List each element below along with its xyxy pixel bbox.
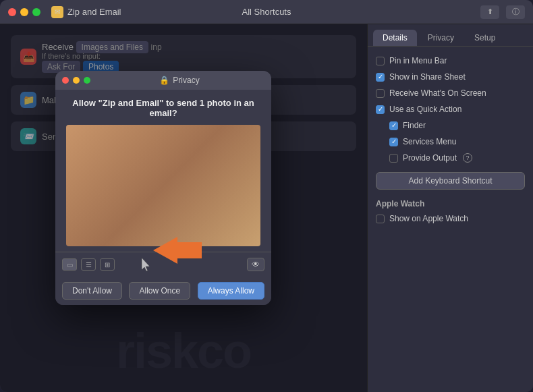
dialog-minimize[interactable]	[73, 77, 80, 84]
minimize-button[interactable]	[20, 8, 28, 16]
checkbox-receive-screen[interactable]: Receive What's On Screen	[376, 87, 525, 99]
panel-tabs: Details Privacy Setup	[368, 24, 533, 47]
title-bar: ✉ Zip and Email All Shortcuts ⬆ ⓘ	[0, 0, 533, 24]
view-list-btn[interactable]: ☰	[81, 258, 96, 271]
deny-button[interactable]: Don't Allow	[62, 282, 122, 300]
maximize-button[interactable]	[32, 8, 40, 16]
right-panel: Details Privacy Setup Pin in Menu Bar ✓ …	[368, 24, 533, 392]
dialog-body: Allow "Zip and Email" to send 1 photo in…	[55, 90, 271, 246]
share-button[interactable]: ⬆	[480, 5, 499, 19]
dialog-title: 🔒 Privacy	[159, 76, 199, 85]
services-menu-label: Services Menu	[403, 137, 456, 146]
dialog-title-label: Privacy	[173, 76, 199, 85]
main-content: 📥 Receive Images and Files inp If there'…	[0, 24, 533, 392]
info-button[interactable]: ⓘ	[506, 5, 525, 19]
arrow-svg	[148, 233, 202, 267]
checkbox-show-share-sheet[interactable]: ✓ Show in Share Sheet	[376, 71, 525, 83]
pin-menu-bar-checkbox[interactable]	[376, 57, 385, 65]
show-watch-checkbox[interactable]	[376, 215, 385, 223]
checkbox-finder[interactable]: ✓ Finder	[376, 119, 525, 132]
checkbox-show-watch[interactable]: Show on Apple Watch	[376, 213, 525, 225]
title-bar-right: ⬆ ⓘ	[480, 5, 525, 19]
tab-setup[interactable]: Setup	[465, 30, 505, 46]
privacy-icon: 🔒	[159, 76, 169, 85]
svg-marker-0	[153, 237, 202, 264]
center-title: All Shortcuts	[242, 7, 291, 17]
dialog-overlay: 🔒 Privacy Allow "Zip and Email" to send …	[0, 24, 367, 392]
window-title: Zip and Email	[67, 7, 121, 17]
pin-menu-bar-label: Pin in Menu Bar	[389, 56, 447, 65]
window-title-area: ✉ Zip and Email	[51, 6, 121, 18]
checkmark: ✓	[378, 74, 383, 80]
show-share-sheet-label: Show in Share Sheet	[389, 72, 466, 82]
finder-checkbox[interactable]: ✓	[389, 121, 398, 130]
tab-details[interactable]: Details	[373, 30, 417, 46]
traffic-lights	[8, 8, 40, 16]
receive-screen-label: Receive What's On Screen	[389, 88, 486, 98]
dialog-maximize[interactable]	[84, 77, 90, 84]
apple-watch-section-label: Apple Watch	[376, 199, 525, 208]
finder-label: Finder	[403, 121, 426, 130]
view-grid-btn[interactable]: ⊞	[100, 258, 115, 271]
left-panel: 📥 Receive Images and Files inp If there'…	[0, 24, 368, 392]
dialog-title-bar: 🔒 Privacy	[55, 71, 271, 90]
tab-privacy[interactable]: Privacy	[418, 30, 464, 46]
panel-body: Pin in Menu Bar ✓ Show in Share Sheet Re…	[368, 47, 533, 233]
checkbox-quick-action[interactable]: ✓ Use as Quick Action	[376, 103, 525, 115]
provide-output-checkbox[interactable]	[389, 154, 398, 163]
eye-button[interactable]: 👁	[247, 258, 264, 271]
arrow-indicator	[148, 233, 202, 270]
receive-screen-checkbox[interactable]	[376, 89, 385, 98]
photo-preview	[66, 125, 260, 246]
app-icon: ✉	[51, 6, 63, 18]
quick-action-label: Use as Quick Action	[389, 105, 461, 114]
checkbox-provide-output[interactable]: Provide Output ?	[376, 152, 525, 164]
checkmark2: ✓	[378, 106, 383, 113]
checkbox-pin-menu-bar[interactable]: Pin in Menu Bar	[376, 55, 525, 67]
checkmark3: ✓	[391, 122, 397, 129]
view-single-btn[interactable]: ▭	[62, 258, 77, 271]
dialog-close[interactable]	[62, 77, 69, 84]
dialog-buttons: Don't Allow Allow Once Always Allow	[55, 277, 271, 305]
dialog-question: Allow "Zip and Email" to send 1 photo in…	[66, 98, 260, 118]
help-icon[interactable]: ?	[463, 153, 472, 163]
checkmark4: ✓	[391, 138, 397, 145]
services-menu-checkbox[interactable]: ✓	[389, 138, 398, 146]
add-keyboard-shortcut-button[interactable]: Add Keyboard Shortcut	[376, 172, 525, 190]
quick-action-checkbox[interactable]: ✓	[376, 105, 385, 114]
show-watch-label: Show on Apple Watch	[389, 214, 468, 223]
app-window: ✉ Zip and Email All Shortcuts ⬆ ⓘ 📥 Rece…	[0, 0, 533, 392]
close-button[interactable]	[8, 8, 16, 16]
provide-output-label: Provide Output	[403, 153, 457, 163]
allow-once-button[interactable]: Allow Once	[129, 282, 190, 300]
always-allow-button[interactable]: Always Allow	[198, 282, 264, 300]
checkbox-services-menu[interactable]: ✓ Services Menu	[376, 136, 525, 148]
show-share-sheet-checkbox[interactable]: ✓	[376, 73, 385, 82]
